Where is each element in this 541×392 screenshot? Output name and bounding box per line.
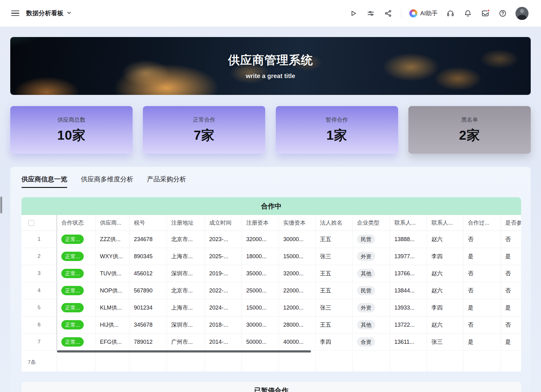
address-cell: 广州市... xyxy=(167,334,205,350)
status-badge: 正常... xyxy=(61,303,84,312)
document-title-group[interactable]: 数据分析看板 xyxy=(26,9,72,17)
content-section: 供应商信息一览 供应商多维度分析 产品采购分析 合作中 合作状态供应商...税号… xyxy=(10,167,531,392)
participation-cell: 否 xyxy=(501,282,521,299)
status-cell: 正常... xyxy=(57,334,96,350)
table-row[interactable]: 2 正常... WXY供... 890345 上海市... 2025-... 1… xyxy=(21,248,521,265)
registered-capital-cell: 25000... xyxy=(242,282,279,299)
address-cell: 北京市... xyxy=(167,282,205,299)
footer-cell xyxy=(390,353,427,371)
settings-sliders-icon[interactable] xyxy=(366,9,375,18)
ai-assistant-button[interactable]: AI助手 xyxy=(409,9,438,17)
row-index-cell: 6 xyxy=(21,316,57,333)
status-badge: 正常... xyxy=(61,286,84,295)
row-index-cell: 5 xyxy=(21,299,57,316)
row-index-cell: 3 xyxy=(21,265,57,282)
chevron-down-icon[interactable] xyxy=(67,10,72,16)
company-type-badge: 民营 xyxy=(357,286,375,295)
table-footer-row: 7条 xyxy=(21,353,521,371)
company-type-badge: 民营 xyxy=(357,235,375,244)
supplier-cell: ZZZ供... xyxy=(96,231,129,248)
table-row[interactable]: 4 正常... NOP供... 567890 北京市... 2022-... 2… xyxy=(21,282,521,299)
address-cell: 上海市... xyxy=(167,248,205,265)
paid-capital-cell: 30000... xyxy=(279,231,316,248)
contact-name-cell: 赵六 xyxy=(427,265,463,282)
registered-capital-cell: 30000... xyxy=(242,316,279,333)
stat-card-total-suppliers[interactable]: 供应商总数 10家 xyxy=(10,106,133,154)
registered-capital-cell: 18000... xyxy=(242,248,279,265)
row-index: 2 xyxy=(38,253,40,259)
company-type-badge: 外资 xyxy=(357,252,375,261)
column-header[interactable]: 合作过... xyxy=(463,215,501,231)
contact-phone-cell: 13933... xyxy=(390,299,427,316)
row-index: 7 xyxy=(38,339,40,345)
horizontal-scrollbar[interactable] xyxy=(57,350,311,352)
inbox-icon[interactable] xyxy=(481,9,490,18)
headset-icon[interactable] xyxy=(446,9,455,18)
legal-person-cell: 王五 xyxy=(316,231,353,248)
column-header[interactable]: 注册资本 xyxy=(242,215,279,231)
column-header[interactable]: 合作状态 xyxy=(57,215,96,231)
column-header[interactable]: 联系人... xyxy=(427,215,463,231)
column-header[interactable]: 企业类型 xyxy=(353,215,390,231)
column-header[interactable]: 法人姓名 xyxy=(316,215,353,231)
bell-icon[interactable] xyxy=(463,9,473,18)
row-index: 1 xyxy=(38,236,40,242)
table-row[interactable]: 1 正常... ZZZ供... 234678 北京市... 2023-... 3… xyxy=(21,231,521,248)
column-header[interactable]: 实缴资本 xyxy=(279,215,316,231)
status-badge: 正常... xyxy=(61,320,84,329)
status-badge: 正常... xyxy=(61,337,84,347)
company-type-cell: 其他 xyxy=(353,316,390,333)
contact-phone-cell: 13844... xyxy=(390,282,427,299)
tax-cell: 456012 xyxy=(129,265,167,282)
column-header[interactable]: 是否参 xyxy=(501,215,521,231)
supplier-cell: WXY供... xyxy=(96,248,129,265)
table-row[interactable]: 7 正常... EFG供... 789012 广州市... 2014-... 5… xyxy=(21,334,521,351)
participation-cell: 是 xyxy=(501,299,521,316)
legal-person-cell: 张三 xyxy=(316,299,353,316)
column-header[interactable]: 成立时间 xyxy=(205,215,242,231)
vertical-scrollbar[interactable] xyxy=(0,197,2,213)
table-row[interactable]: 5 正常... KLM供... 901234 上海市... 2024-... 1… xyxy=(21,299,521,316)
table-row[interactable]: 6 正常... HIJ供... 345678 深圳市... 2018-... 3… xyxy=(21,316,521,334)
registered-capital-cell: 15000... xyxy=(242,299,279,316)
company-type-cell: 外资 xyxy=(353,299,390,316)
stat-cards: 供应商总数 10家 正常合作 7家 暂停合作 1家 黑名单 2家 xyxy=(10,106,531,154)
tab-supplier-overview[interactable]: 供应商信息一览 xyxy=(21,172,67,188)
footer-cell xyxy=(242,353,279,371)
share-icon[interactable] xyxy=(383,9,393,18)
paid-capital-cell: 28000... xyxy=(279,316,316,333)
tax-cell: 901234 xyxy=(129,299,167,316)
menu-icon[interactable] xyxy=(11,11,19,16)
select-all-checkbox[interactable] xyxy=(28,220,34,226)
column-header[interactable]: 联系人... xyxy=(390,215,427,231)
status-cell: 正常... xyxy=(57,231,96,248)
address-cell: 深圳市... xyxy=(167,316,205,333)
avatar[interactable] xyxy=(515,7,529,20)
tab-supplier-analysis[interactable]: 供应商多维度分析 xyxy=(81,172,133,188)
tax-cell: 345678 xyxy=(129,316,167,333)
help-icon[interactable] xyxy=(498,9,507,18)
tab-procurement-analysis[interactable]: 产品采购分析 xyxy=(147,172,186,188)
stat-card-paused-cooperation[interactable]: 暂停合作 1家 xyxy=(276,106,398,154)
stat-value: 7家 xyxy=(194,127,214,144)
status-cell: 正常... xyxy=(57,248,96,265)
table-row[interactable]: 3 正常... TUV供... 456012 深圳市... 2019-... 3… xyxy=(21,265,521,282)
stat-card-normal-cooperation[interactable]: 正常合作 7家 xyxy=(143,106,265,154)
play-icon[interactable] xyxy=(349,9,358,18)
column-header[interactable]: 注册地址 xyxy=(167,215,205,231)
founded-cell: 2023-... xyxy=(205,231,242,248)
table-body: 1 正常... ZZZ供... 234678 北京市... 2023-... 3… xyxy=(21,231,521,351)
supplier-cell: NOP供... xyxy=(96,282,129,299)
row-index-cell: 4 xyxy=(21,282,57,299)
status-cell: 正常... xyxy=(57,299,96,316)
stat-label: 供应商总数 xyxy=(58,116,86,124)
column-header[interactable]: 供应商... xyxy=(96,215,129,231)
paid-capital-cell: 22000... xyxy=(279,282,316,299)
paused-table-panel: 已暂停合作 xyxy=(21,382,521,392)
hero-title: 供应商管理系统 xyxy=(228,52,313,68)
footer-cell xyxy=(501,353,521,371)
column-header[interactable]: 税号 xyxy=(129,215,167,231)
stat-card-blacklist[interactable]: 黑名单 2家 xyxy=(408,106,531,154)
status-badge: 正常... xyxy=(61,252,84,261)
contact-phone-cell: 13888... xyxy=(390,231,427,248)
